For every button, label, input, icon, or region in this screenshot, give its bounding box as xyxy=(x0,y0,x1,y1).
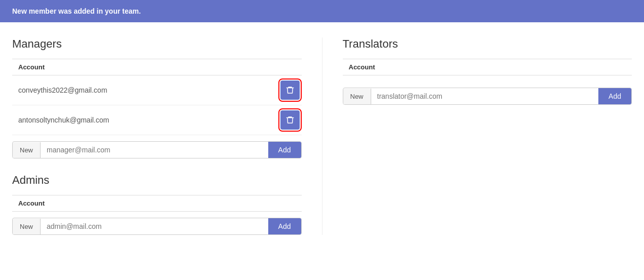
delete-manager-1-button[interactable] xyxy=(280,81,300,100)
admins-add-button[interactable]: Add xyxy=(268,218,301,234)
section-divider xyxy=(322,37,323,235)
trash-icon xyxy=(285,86,295,95)
trash-icon xyxy=(285,115,295,125)
admins-email-input[interactable] xyxy=(41,218,268,234)
managers-table-header: Account xyxy=(12,59,302,75)
delete-manager-2-button[interactable] xyxy=(280,110,300,130)
table-row: conveythis2022@gmail.com xyxy=(12,75,302,105)
translators-account-header: Account xyxy=(343,63,632,71)
manager-actions-1 xyxy=(280,81,302,100)
managers-title: Managers xyxy=(12,37,302,51)
right-section: Translators Account New Add xyxy=(343,37,632,235)
add-manager-row: New Add xyxy=(12,141,302,158)
manager-actions-2 xyxy=(280,110,302,130)
add-admin-row: New Add xyxy=(12,218,302,235)
notification-message: New member was added in your team. xyxy=(12,7,141,15)
translators-add-button[interactable]: Add xyxy=(598,88,631,104)
notification-bar: New member was added in your team. xyxy=(0,0,644,22)
managers-account-header: Account xyxy=(12,63,302,71)
translators-email-input[interactable] xyxy=(371,88,599,104)
admins-table-header: Account xyxy=(12,195,302,212)
admins-title: Admins xyxy=(12,174,302,187)
main-content: Managers Account conveythis2022@gmail.co… xyxy=(0,22,644,250)
manager-email-2: antonsoltynchuk@gmail.com xyxy=(12,116,280,124)
admins-account-header: Account xyxy=(12,199,302,207)
managers-new-label: New xyxy=(13,142,41,158)
left-section: Managers Account conveythis2022@gmail.co… xyxy=(12,37,302,235)
admins-new-label: New xyxy=(13,219,41,234)
managers-email-input[interactable] xyxy=(41,142,268,158)
admins-section: Admins Account New Add xyxy=(12,174,302,235)
add-translator-row: New Add xyxy=(343,88,632,105)
manager-email-1: conveythis2022@gmail.com xyxy=(12,86,280,94)
managers-add-button[interactable]: Add xyxy=(268,142,301,158)
translators-title: Translators xyxy=(343,37,632,51)
table-row: antonsoltynchuk@gmail.com xyxy=(12,105,302,135)
translators-new-label: New xyxy=(343,89,371,104)
translators-table-header: Account xyxy=(343,59,632,75)
